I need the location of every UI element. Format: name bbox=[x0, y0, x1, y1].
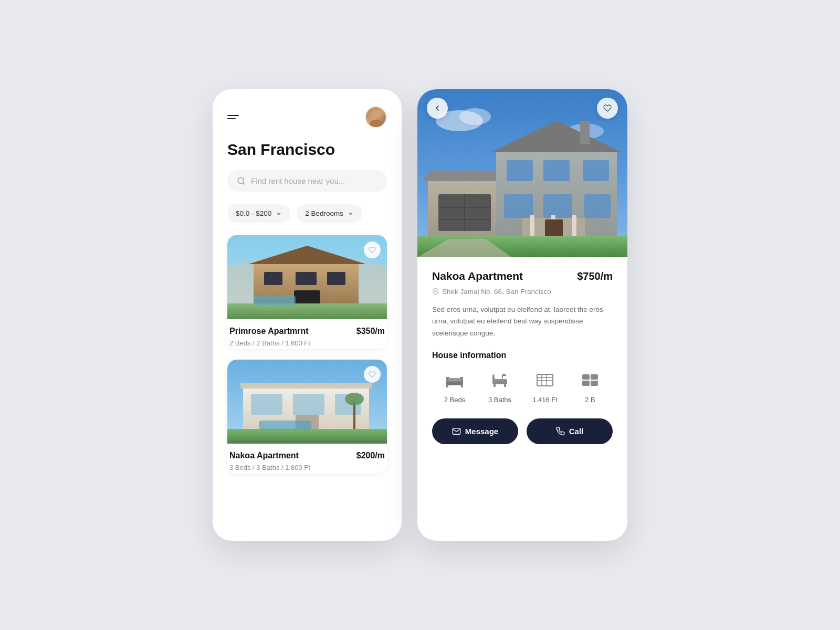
svg-rect-39 bbox=[507, 160, 533, 181]
card-name-1: Primrose Apartmrnt bbox=[229, 327, 309, 336]
detail-apt-name: Nakoa Apartment bbox=[432, 270, 523, 282]
heart-icon-detail bbox=[603, 104, 612, 112]
svg-rect-19 bbox=[293, 394, 324, 415]
heart-icon bbox=[369, 246, 376, 254]
detail-title-row: Nakoa Apartment $750/m bbox=[432, 270, 613, 282]
svg-rect-44 bbox=[584, 194, 611, 218]
chevron-down-icon bbox=[276, 211, 282, 217]
bath-icon bbox=[490, 373, 509, 387]
hamburger-menu[interactable] bbox=[227, 115, 239, 119]
info-item-other: 2 B bbox=[568, 370, 613, 404]
card-price-1: $350/m bbox=[356, 327, 385, 336]
back-button[interactable] bbox=[427, 98, 448, 119]
detail-image bbox=[417, 89, 627, 257]
svg-rect-22 bbox=[227, 429, 387, 444]
svg-rect-42 bbox=[504, 194, 533, 218]
svg-rect-67 bbox=[537, 374, 553, 386]
svg-point-2 bbox=[372, 111, 380, 119]
property-card-2[interactable]: Nakoa Apartment $200/m 3 Beds / 3 Baths … bbox=[227, 360, 387, 474]
detail-address: Shek Jamal No. 66, San Francisco bbox=[432, 288, 613, 296]
filter-row: $0.0 - $200 2 Bedrooms bbox=[227, 204, 387, 223]
baths-label: 3 Baths bbox=[488, 396, 511, 404]
svg-rect-38 bbox=[580, 121, 590, 144]
svg-rect-13 bbox=[227, 303, 387, 319]
svg-point-64 bbox=[492, 374, 495, 376]
property-card-1[interactable]: Primrose Apartmrnt $350/m 2 Beds / 2 Bat… bbox=[227, 235, 387, 349]
card-price-2: $200/m bbox=[356, 451, 385, 460]
bedrooms-filter[interactable]: 2 Bedrooms bbox=[297, 204, 362, 223]
favorite-btn-1[interactable] bbox=[364, 242, 381, 258]
call-label: Call bbox=[569, 427, 584, 436]
svg-point-28 bbox=[459, 108, 491, 125]
info-item-baths: 3 Baths bbox=[477, 370, 522, 404]
svg-rect-58 bbox=[446, 384, 448, 387]
card-info-1: Primrose Apartmrnt $350/m 2 Beds / 2 Bat… bbox=[227, 319, 387, 349]
svg-rect-40 bbox=[543, 160, 570, 181]
card-title-row-2: Nakoa Apartment $200/m bbox=[229, 451, 385, 460]
city-title: San Francisco bbox=[227, 141, 387, 159]
detail-favorite-btn[interactable] bbox=[597, 98, 618, 119]
search-bar[interactable]: Find rent house near you... bbox=[227, 170, 387, 192]
area-label: 1.416 Ft bbox=[532, 396, 558, 404]
svg-rect-23 bbox=[259, 421, 311, 430]
svg-rect-59 bbox=[461, 384, 463, 387]
beds-label: 2 Beds bbox=[444, 396, 465, 404]
header-row bbox=[227, 106, 387, 128]
message-icon bbox=[452, 427, 461, 436]
svg-rect-24 bbox=[353, 402, 355, 429]
message-label: Message bbox=[465, 427, 498, 436]
svg-rect-9 bbox=[264, 272, 282, 285]
card-title-row-1: Primrose Apartmrnt $350/m bbox=[229, 327, 385, 336]
svg-rect-72 bbox=[582, 374, 590, 380]
house-info-title: House information bbox=[432, 351, 613, 360]
svg-rect-73 bbox=[591, 374, 598, 380]
location-icon bbox=[432, 288, 439, 295]
svg-rect-54 bbox=[446, 382, 463, 385]
avatar[interactable] bbox=[365, 106, 387, 128]
card-name-2: Nakoa Apartment bbox=[229, 451, 299, 460]
info-item-beds: 2 Beds bbox=[432, 370, 477, 404]
detail-content: Nakoa Apartment $750/m Shek Jamal No. 66… bbox=[417, 257, 627, 461]
svg-rect-74 bbox=[582, 381, 590, 386]
card-meta-2: 3 Beds / 3 Baths / 1.800 Ft bbox=[229, 464, 385, 471]
call-button[interactable]: Call bbox=[527, 418, 613, 444]
bed-icon bbox=[445, 373, 464, 387]
card-image-2 bbox=[227, 360, 387, 444]
svg-rect-48 bbox=[572, 215, 576, 239]
phone-icon bbox=[556, 427, 565, 436]
area-icon bbox=[536, 373, 554, 387]
svg-point-52 bbox=[435, 290, 436, 292]
address-text: Shek Jamal No. 66, San Francisco bbox=[442, 288, 551, 296]
svg-rect-14 bbox=[254, 296, 296, 305]
card-meta-1: 2 Beds / 2 Baths / 1.600 Ft bbox=[229, 339, 385, 347]
svg-marker-31 bbox=[423, 171, 501, 181]
bed-icon-box bbox=[442, 370, 467, 391]
svg-rect-62 bbox=[504, 384, 506, 387]
svg-rect-46 bbox=[530, 215, 534, 239]
favorite-btn-2[interactable] bbox=[364, 366, 381, 383]
heart-icon-2 bbox=[369, 371, 376, 378]
info-item-area: 1.416 Ft bbox=[522, 370, 568, 404]
arrow-left-icon bbox=[433, 104, 442, 112]
svg-rect-43 bbox=[543, 194, 572, 218]
svg-rect-11 bbox=[327, 272, 345, 285]
other-label: 2 B bbox=[585, 396, 595, 404]
svg-point-25 bbox=[345, 393, 364, 405]
left-screen: San Francisco Find rent house near you..… bbox=[213, 89, 402, 541]
search-icon bbox=[237, 176, 246, 185]
message-button[interactable]: Message bbox=[432, 418, 518, 444]
action-buttons: Message Call bbox=[432, 418, 613, 444]
svg-rect-75 bbox=[591, 381, 598, 386]
svg-rect-10 bbox=[296, 272, 317, 285]
detail-price: $750/m bbox=[577, 270, 613, 282]
svg-rect-61 bbox=[494, 384, 496, 387]
svg-rect-63 bbox=[492, 376, 495, 380]
price-filter[interactable]: $0.0 - $200 bbox=[227, 204, 290, 223]
area-icon-box bbox=[532, 370, 558, 391]
screens-container: San Francisco Find rent house near you..… bbox=[213, 89, 627, 541]
detail-description: Sed eros urna, volutpat eu eleifend at, … bbox=[432, 304, 613, 339]
svg-rect-41 bbox=[583, 160, 609, 181]
bath-icon-box bbox=[487, 370, 512, 391]
svg-point-1 bbox=[370, 120, 383, 127]
svg-rect-57 bbox=[448, 378, 461, 381]
